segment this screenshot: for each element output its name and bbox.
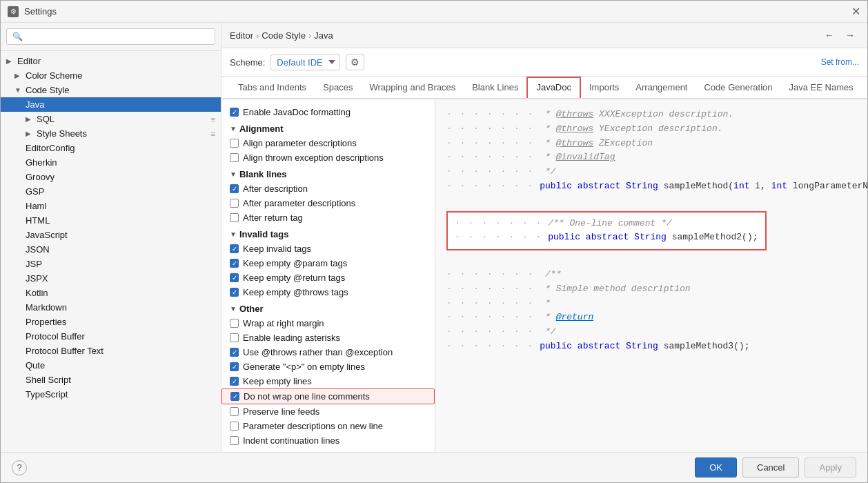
option-align-param[interactable]: Align parameter descriptions	[221, 136, 435, 150]
keep-invalid-checkbox[interactable]: ✓	[230, 244, 239, 253]
sidebar-item-haml[interactable]: Haml	[1, 199, 221, 213]
option-param-new-line[interactable]: Parameter descriptions on new line	[221, 419, 435, 433]
sidebar-item-properties[interactable]: Properties	[1, 315, 221, 329]
tab-tabs-indents[interactable]: Tabs and Indents	[230, 77, 315, 99]
after-desc-checkbox[interactable]: ✓	[230, 184, 239, 193]
scheme-bar: Scheme: Default IDE ⚙ Set from...	[221, 48, 867, 77]
sidebar-item-label: Properties	[26, 317, 215, 327]
tab-java-ee[interactable]: Java EE Names	[781, 77, 862, 99]
back-button[interactable]: ←	[820, 28, 838, 42]
option-label: Keep empty @throws tags	[243, 287, 348, 297]
tab-spaces[interactable]: Spaces	[315, 77, 361, 99]
after-param-checkbox[interactable]	[230, 199, 239, 208]
sidebar-item-jspx[interactable]: JSPX	[1, 271, 221, 286]
help-button[interactable]: ?	[12, 460, 27, 475]
section-invalid-tags[interactable]: ▼ Invalid tags	[221, 225, 435, 241]
option-align-thrown[interactable]: Align thrown exception descriptions	[221, 150, 435, 165]
sidebar-item-color-scheme[interactable]: ▶ Color Scheme	[1, 68, 221, 83]
sidebar-item-jsp[interactable]: JSP	[1, 257, 221, 271]
close-button[interactable]: ✕	[851, 5, 860, 18]
sidebar-item-editor[interactable]: ▶ Editor	[1, 54, 221, 68]
apply-button[interactable]: Apply	[805, 457, 856, 477]
sidebar-item-label: Style Sheets	[37, 128, 208, 139]
sidebar-item-protocol-buffer[interactable]: Protocol Buffer	[1, 329, 221, 344]
cancel-button[interactable]: Cancel	[742, 457, 799, 477]
option-after-return[interactable]: After return tag	[221, 210, 435, 225]
tab-code-generation[interactable]: Code Generation	[696, 77, 780, 99]
sidebar-item-json[interactable]: JSON	[1, 242, 221, 257]
option-label: Keep empty @return tags	[243, 273, 345, 283]
param-new-line-checkbox[interactable]	[230, 422, 239, 431]
preview-line	[446, 194, 856, 208]
option-preserve-feeds[interactable]: Preserve line feeds	[221, 404, 435, 419]
scheme-gear-button[interactable]: ⚙	[346, 54, 364, 70]
forward-button[interactable]: →	[841, 28, 859, 42]
option-after-param[interactable]: After parameter descriptions	[221, 196, 435, 210]
sidebar-item-editorconfig[interactable]: EditorConfig	[1, 141, 221, 155]
keep-empty-checkbox[interactable]: ✓	[230, 377, 239, 386]
sidebar-item-kotlin[interactable]: Kotlin	[1, 286, 221, 300]
no-wrap-one-line-checkbox[interactable]: ✓	[230, 392, 239, 401]
section-alignment[interactable]: ▼ Alignment	[221, 119, 435, 136]
section-label: Other	[239, 304, 264, 314]
tab-arrangement[interactable]: Arrangement	[627, 77, 696, 99]
sidebar-item-java[interactable]: Java	[1, 97, 221, 112]
keep-empty-param-checkbox[interactable]: ✓	[230, 259, 239, 268]
option-after-desc[interactable]: ✓ After description	[221, 181, 435, 196]
sidebar-item-gherkin[interactable]: Gherkin	[1, 155, 221, 170]
option-indent-continuation[interactable]: Indent continuation lines	[221, 433, 435, 448]
breadcrumb: Editor › Code Style › Java ← →	[221, 23, 867, 48]
app-icon: ⚙	[8, 6, 19, 17]
breadcrumb-code-style[interactable]: Code Style	[262, 30, 306, 41]
option-keep-empty-throws[interactable]: ✓ Keep empty @throws tags	[221, 285, 435, 299]
sidebar-item-qute[interactable]: Qute	[1, 358, 221, 373]
keep-empty-throws-checkbox[interactable]: ✓	[230, 288, 239, 297]
option-use-throws[interactable]: ✓ Use @throws rather than @exception	[221, 345, 435, 359]
breadcrumb-editor[interactable]: Editor	[230, 30, 253, 41]
sidebar-item-code-style[interactable]: ▼ Code Style	[1, 83, 221, 97]
enable-asterisks-checkbox[interactable]	[230, 333, 239, 342]
enable-javadoc-checkbox[interactable]: ✓	[230, 108, 239, 117]
option-wrap-right[interactable]: Wrap at right margin	[221, 316, 435, 331]
sidebar-item-javascript[interactable]: JavaScript	[1, 228, 221, 242]
sidebar-item-html[interactable]: HTML	[1, 213, 221, 228]
section-blank-lines[interactable]: ▼ Blank lines	[221, 165, 435, 181]
sidebar-item-gsp[interactable]: GSP	[1, 184, 221, 199]
tab-imports[interactable]: Imports	[581, 77, 627, 99]
enable-javadoc-row[interactable]: ✓ Enable JavaDoc formatting	[221, 105, 435, 119]
tab-javadoc[interactable]: JavaDoc	[526, 77, 581, 99]
use-throws-checkbox[interactable]: ✓	[230, 348, 239, 357]
sidebar-item-groovy[interactable]: Groovy	[1, 170, 221, 184]
align-thrown-checkbox[interactable]	[230, 153, 239, 162]
option-keep-invalid[interactable]: ✓ Keep invalid tags	[221, 241, 435, 256]
tab-blank-lines[interactable]: Blank Lines	[464, 77, 526, 99]
search-input[interactable]	[6, 28, 215, 45]
option-no-wrap-one-line[interactable]: ✓ Do not wrap one line comments	[221, 388, 435, 404]
ok-button[interactable]: OK	[695, 457, 737, 477]
tab-wrapping[interactable]: Wrapping and Braces	[361, 77, 464, 99]
keep-empty-return-checkbox[interactable]: ✓	[230, 273, 239, 282]
option-label: Use @throws rather than @exception	[243, 347, 393, 357]
preserve-feeds-checkbox[interactable]	[230, 407, 239, 416]
option-enable-asterisks[interactable]: Enable leading asterisks	[221, 331, 435, 345]
set-from-link[interactable]: Set from...	[821, 57, 859, 67]
sidebar-item-sql[interactable]: ▶ SQL ≡	[1, 112, 221, 126]
after-return-checkbox[interactable]	[230, 213, 239, 222]
wrap-right-checkbox[interactable]	[230, 319, 239, 328]
preview-line: · · · · · · · public abstract String sam…	[446, 339, 856, 354]
scheme-select[interactable]: Default IDE	[270, 55, 340, 70]
align-param-checkbox[interactable]	[230, 139, 239, 148]
sidebar-item-protocol-buffer-text[interactable]: Protocol Buffer Text	[1, 344, 221, 358]
sidebar-item-style-sheets[interactable]: ▶ Style Sheets ≡	[1, 126, 221, 141]
sidebar-item-typescript[interactable]: TypeScript	[1, 387, 221, 402]
option-keep-empty-param[interactable]: ✓ Keep empty @param tags	[221, 256, 435, 270]
option-generate-p[interactable]: ✓ Generate "<p>" on empty lines	[221, 359, 435, 374]
option-keep-empty-return[interactable]: ✓ Keep empty @return tags	[221, 270, 435, 285]
generate-p-checkbox[interactable]: ✓	[230, 362, 239, 371]
indent-continuation-checkbox[interactable]	[230, 436, 239, 445]
sidebar-item-markdown[interactable]: Markdown	[1, 300, 221, 315]
sidebar-item-shell-script[interactable]: Shell Script	[1, 373, 221, 387]
option-label: Indent continuation lines	[243, 435, 339, 446]
option-keep-empty[interactable]: ✓ Keep empty lines	[221, 374, 435, 388]
section-other[interactable]: ▼ Other	[221, 299, 435, 316]
